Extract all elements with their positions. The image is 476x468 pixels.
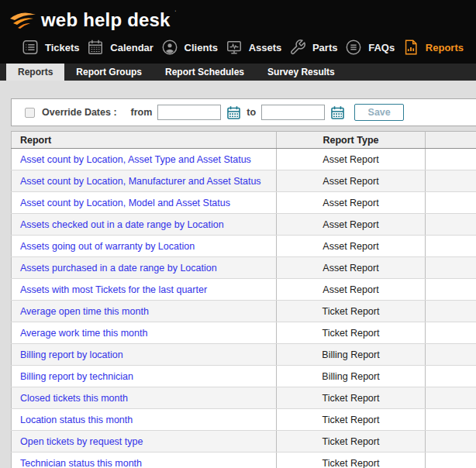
report-link[interactable]: Asset count by Location, Model and Asset… [20, 198, 230, 208]
nav-label-parts: Parts [312, 42, 338, 53]
table-row: Assets checked out in a date range by Lo… [12, 214, 476, 236]
extra-cell [426, 257, 476, 279]
table-row: Asset count by Location, Model and Asset… [12, 192, 476, 214]
report-link[interactable]: Location status this month [20, 415, 133, 425]
nav-item-reports[interactable]: Reports [402, 39, 464, 56]
tab-report-schedules[interactable]: Report Schedules [153, 64, 256, 81]
from-date-picker-button[interactable] [226, 105, 241, 120]
table-row: Asset count by Location, Asset Type and … [12, 149, 476, 170]
extra-cell [426, 192, 476, 214]
column-header-extra [426, 132, 476, 149]
nav-label-faqs: FAQs [368, 42, 395, 53]
report-link[interactable]: Assets going out of warranty by Location [20, 241, 195, 252]
report-link[interactable]: Technician status this month [20, 458, 142, 468]
report-link[interactable]: Assets checked out in a date range by Lo… [20, 219, 224, 230]
parts-icon [289, 39, 306, 56]
report-link[interactable]: Billing report by location [20, 349, 123, 360]
calendar-picker-icon [330, 105, 345, 120]
report-type-cell: Asset Report [277, 236, 426, 257]
web-help-desk-logo[interactable]: web help desk ˈ [9, 9, 177, 31]
extra-cell [426, 366, 476, 387]
override-dates-toolbar: Override Dates : from to Save [11, 98, 476, 126]
table-row: Assets with most Tickets for the last qu… [12, 279, 476, 301]
extra-cell [426, 322, 476, 344]
extra-cell [426, 431, 476, 453]
table-row: Open tickets by request type Ticket Repo… [12, 431, 476, 453]
override-dates-checkbox[interactable] [25, 108, 35, 118]
extra-cell [426, 170, 476, 192]
column-header-report-type[interactable]: Report Type [277, 132, 426, 149]
report-table-body: Asset count by Location, Asset Type and … [12, 149, 476, 468]
report-type-cell: Ticket Report [277, 409, 426, 431]
report-link[interactable]: Closed tickets this month [20, 393, 128, 404]
table-row: Assets purchased in a date range by Loca… [12, 257, 476, 279]
reports-table: Report Report Type Asset count by Locati… [11, 131, 476, 468]
table-row: Average work time this month Ticket Repo… [12, 322, 476, 344]
report-type-cell: Ticket Report [277, 322, 426, 344]
nav-item-clients[interactable]: Clients [161, 39, 218, 56]
table-row: Technician status this month Ticket Repo… [12, 453, 476, 468]
report-type-cell: Asset Report [277, 279, 426, 301]
extra-cell [426, 279, 476, 301]
faqs-icon [345, 39, 362, 56]
extra-cell [426, 214, 476, 236]
logo-text: web help desk [41, 9, 171, 31]
sub-tab-bar: Reports Report Groups Report Schedules S… [0, 64, 476, 81]
tab-reports[interactable]: Reports [6, 64, 64, 81]
report-type-cell: Asset Report [277, 170, 426, 192]
report-type-cell: Billing Report [277, 366, 426, 387]
tab-report-groups[interactable]: Report Groups [64, 64, 153, 81]
nav-item-faqs[interactable]: FAQs [345, 39, 395, 56]
nav-label-clients: Clients [185, 42, 218, 53]
top-bar: web help desk ˈ Tickets [0, 0, 476, 64]
nav-item-tickets[interactable]: Tickets [22, 39, 80, 56]
nav-label-tickets: Tickets [45, 42, 80, 53]
extra-cell [426, 409, 476, 431]
solarwinds-swirl-icon [9, 10, 37, 30]
to-date-input[interactable] [261, 105, 325, 120]
content-area: Override Dates : from to Save [0, 98, 476, 468]
extra-cell [426, 301, 476, 322]
report-type-cell: Asset Report [277, 214, 426, 236]
nav-item-calendar[interactable]: Calendar [87, 39, 153, 56]
table-row: Location status this month Ticket Report [12, 409, 476, 431]
save-button[interactable]: Save [354, 104, 404, 121]
nav-label-assets: Assets [249, 42, 282, 53]
logo-trademark: ˈ [174, 9, 177, 17]
to-date-picker-button[interactable] [330, 105, 345, 120]
report-type-cell: Ticket Report [277, 431, 426, 453]
extra-cell [426, 387, 476, 409]
report-link[interactable]: Asset count by Location, Asset Type and … [20, 154, 251, 165]
nav-item-parts[interactable]: Parts [289, 39, 338, 56]
tab-survey-results[interactable]: Survey Results [256, 64, 347, 81]
extra-cell [426, 149, 476, 170]
assets-icon [226, 39, 243, 56]
table-row: Asset count by Location, Manufacturer an… [12, 170, 476, 192]
extra-cell [426, 236, 476, 257]
report-link[interactable]: Assets purchased in a date range by Loca… [20, 263, 217, 274]
table-row: Billing report by location Billing Repor… [12, 344, 476, 366]
report-type-cell: Asset Report [277, 192, 426, 214]
reports-icon [402, 39, 419, 56]
report-type-cell: Ticket Report [277, 453, 426, 468]
report-type-cell: Asset Report [277, 257, 426, 279]
from-label: from [131, 107, 153, 118]
nav-item-assets[interactable]: Assets [226, 39, 282, 56]
report-link[interactable]: Billing report by technician [20, 371, 133, 382]
to-label: to [247, 107, 256, 118]
main-nav: Tickets Calendar Clients [0, 31, 476, 64]
calendar-picker-icon [226, 105, 241, 120]
report-link[interactable]: Open tickets by request type [20, 436, 143, 447]
report-type-cell: Billing Report [277, 344, 426, 366]
from-date-input[interactable] [157, 105, 221, 120]
report-type-cell: Asset Report [277, 149, 426, 170]
report-link[interactable]: Average open time this month [20, 306, 149, 317]
table-header-row: Report Report Type [12, 132, 476, 149]
nav-label-calendar: Calendar [110, 42, 153, 53]
column-header-report[interactable]: Report [12, 132, 277, 149]
report-link[interactable]: Assets with most Tickets for the last qu… [20, 284, 207, 295]
table-row: Average open time this month Ticket Repo… [12, 301, 476, 322]
report-link[interactable]: Asset count by Location, Manufacturer an… [20, 176, 261, 187]
report-link[interactable]: Average work time this month [20, 328, 147, 339]
table-row: Assets going out of warranty by Location… [12, 236, 476, 257]
